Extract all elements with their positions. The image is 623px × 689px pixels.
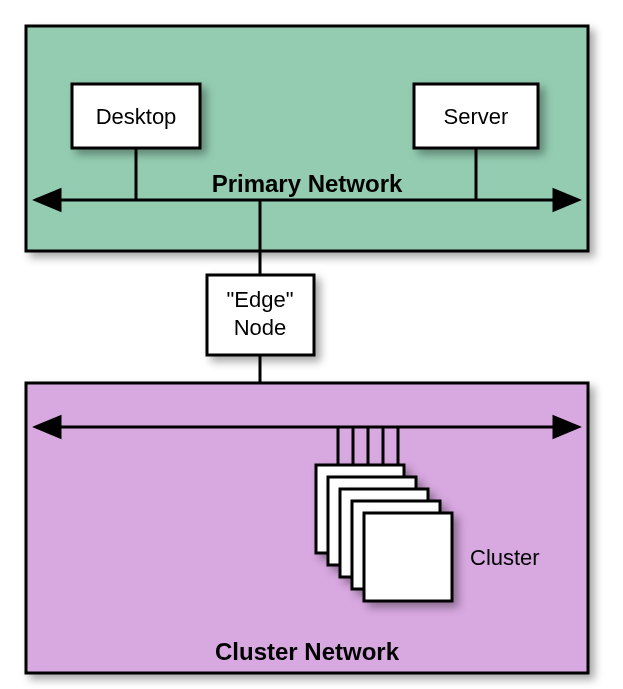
cluster-network-panel: Cluster Cluster Network — [26, 383, 588, 673]
desktop-label: Desktop — [96, 104, 177, 129]
svg-rect-22 — [364, 513, 452, 601]
network-diagram: Desktop Server Primary Network "Edge" No… — [0, 0, 623, 689]
server-label: Server — [444, 104, 509, 129]
edge-node-label-line1: "Edge" — [227, 287, 294, 312]
cluster-network-label: Cluster Network — [215, 638, 400, 665]
edge-node: "Edge" Node — [207, 275, 314, 355]
primary-network-panel: Desktop Server Primary Network — [26, 26, 588, 251]
primary-network-label: Primary Network — [212, 170, 403, 197]
cluster-label: Cluster — [470, 545, 540, 570]
edge-node-label-line2: Node — [234, 315, 287, 340]
